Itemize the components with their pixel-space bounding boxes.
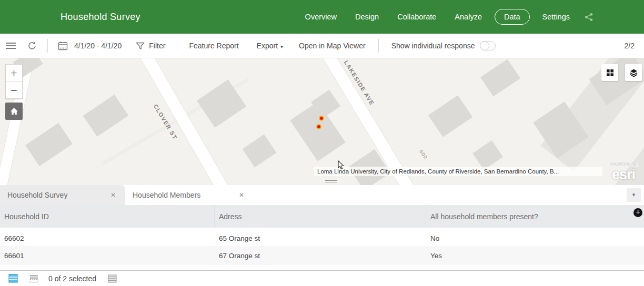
column-header-members-present[interactable]: All household members present? bbox=[426, 205, 644, 228]
layers-button[interactable] bbox=[625, 64, 642, 81]
tab-household-members[interactable]: Household Members ✕ bbox=[125, 185, 254, 205]
nav-overview[interactable]: Overview bbox=[299, 9, 343, 24]
basemap-button[interactable] bbox=[601, 64, 618, 81]
nav-settings[interactable]: Settings bbox=[537, 9, 576, 24]
map-building bbox=[480, 59, 520, 96]
map-building bbox=[83, 95, 129, 137]
app-title: Household Survey bbox=[61, 12, 140, 23]
record-page-indicator: 2/2 bbox=[625, 42, 635, 50]
table-body: 66602 65 Orange st No 66601 67 Orange st… bbox=[0, 228, 644, 270]
filter-icon[interactable] bbox=[136, 42, 145, 50]
column-header-household-id[interactable]: Household ID bbox=[0, 205, 215, 228]
nav-analyze[interactable]: Analyze bbox=[449, 9, 488, 24]
show-all-records-icon[interactable] bbox=[8, 274, 18, 283]
show-individual-response-toggle[interactable] bbox=[480, 41, 496, 50]
main-nav: Overview Design Collaborate Analyze Data… bbox=[293, 9, 593, 25]
street-label-500: 500 bbox=[418, 149, 428, 160]
map-building bbox=[25, 123, 73, 166]
home-extent-button[interactable] bbox=[5, 103, 23, 120]
export-button[interactable]: Export▾ bbox=[257, 42, 284, 50]
esri-brand: esri bbox=[606, 168, 641, 181]
toolbar-divider bbox=[177, 39, 177, 53]
tab-label: Household Members bbox=[133, 191, 200, 199]
cell-adress: 67 Orange st bbox=[215, 252, 426, 260]
panel-resize-handle[interactable] bbox=[325, 180, 337, 183]
map-building bbox=[472, 140, 503, 170]
table-tabs: Household Survey ✕ Household Members ✕ ▾ bbox=[0, 185, 644, 205]
esri-logo: POWERED BY esri bbox=[606, 158, 641, 181]
cell-adress: 65 Orange st bbox=[215, 234, 426, 242]
table-view-icon[interactable] bbox=[108, 274, 117, 283]
map-building bbox=[428, 95, 472, 137]
column-header-adress[interactable]: Adress bbox=[215, 205, 426, 228]
basemap-grid-icon bbox=[606, 69, 614, 77]
tab-household-survey[interactable]: Household Survey ✕ bbox=[0, 185, 125, 205]
nav-data[interactable]: Data bbox=[495, 9, 530, 25]
show-individual-response-label: Show individual response bbox=[391, 42, 475, 50]
selection-count: 0 of 2 selected bbox=[48, 274, 96, 283]
date-range[interactable]: 4/1/20 - 4/1/20 bbox=[74, 42, 122, 50]
add-record-button[interactable]: + bbox=[633, 208, 642, 217]
table-row[interactable]: 66601 67 Orange st Yes bbox=[0, 247, 644, 264]
survey-point[interactable] bbox=[319, 116, 324, 121]
toolbar-divider bbox=[378, 39, 379, 53]
close-tab-icon[interactable]: ✕ bbox=[108, 190, 118, 200]
powered-by-label: POWERED BY bbox=[609, 162, 638, 167]
nav-collaborate[interactable]: Collaborate bbox=[391, 9, 442, 24]
filter-button[interactable]: Filter bbox=[149, 42, 165, 50]
cell-members-present: No bbox=[426, 234, 644, 242]
app-header: Household Survey Overview Design Collabo… bbox=[0, 0, 644, 34]
toggle-knob bbox=[480, 41, 489, 50]
table-header: Household ID Adress All household member… bbox=[0, 205, 644, 228]
open-in-map-viewer-button[interactable]: Open in Map Viewer bbox=[299, 42, 366, 50]
map-building bbox=[243, 135, 277, 168]
table-footer: 0 of 2 selected bbox=[0, 270, 644, 286]
table-row[interactable]: 66602 65 Orange st No bbox=[0, 230, 644, 247]
caret-down-icon: ▾ bbox=[280, 44, 283, 49]
cell-members-present: Yes bbox=[426, 252, 644, 260]
share-icon[interactable] bbox=[584, 13, 593, 22]
zoom-in-button[interactable]: + bbox=[6, 65, 22, 81]
cell-household-id: 66602 bbox=[0, 234, 215, 242]
tab-list-dropdown[interactable]: ▾ bbox=[627, 188, 641, 202]
nav-design[interactable]: Design bbox=[349, 9, 385, 24]
map-building-selected-feature bbox=[290, 101, 346, 161]
data-toolbar: 4/1/20 - 4/1/20 Filter Feature Report Ex… bbox=[0, 34, 644, 58]
calendar-icon[interactable] bbox=[58, 41, 68, 50]
tab-label: Household Survey bbox=[7, 191, 67, 199]
zoom-out-button[interactable]: − bbox=[6, 81, 22, 98]
survey123-data-page: Household Survey Overview Design Collabo… bbox=[0, 0, 644, 286]
survey-point[interactable] bbox=[316, 124, 321, 129]
feature-report-button[interactable]: Feature Report bbox=[189, 42, 238, 50]
home-icon bbox=[9, 107, 18, 115]
refresh-icon[interactable] bbox=[27, 41, 37, 50]
map-canvas[interactable]: CLOVER ST LAKESIDE AVE 500 + − Loma Lind… bbox=[0, 58, 644, 185]
zoom-control: + − bbox=[5, 64, 23, 99]
menu-icon[interactable] bbox=[6, 42, 16, 49]
map-attribution: Loma Linda University, City of Redlands,… bbox=[314, 167, 602, 176]
toolbar-divider bbox=[47, 39, 48, 53]
close-tab-icon[interactable]: ✕ bbox=[237, 190, 246, 200]
show-selected-records-icon[interactable] bbox=[29, 274, 38, 283]
map-street-clover bbox=[132, 58, 243, 185]
layers-icon bbox=[629, 68, 638, 77]
cell-household-id: 66601 bbox=[0, 252, 215, 260]
mouse-cursor bbox=[338, 160, 344, 172]
